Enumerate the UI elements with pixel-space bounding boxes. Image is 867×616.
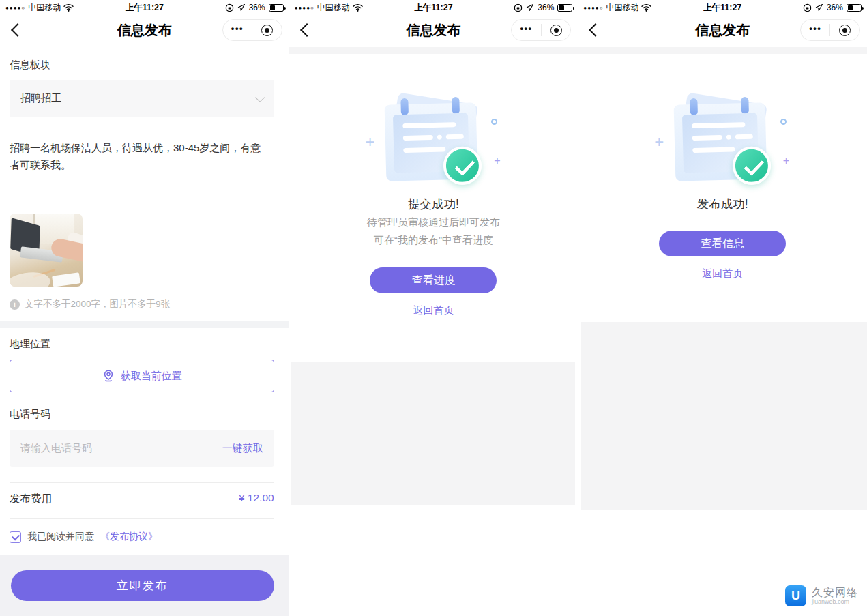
screenshot-triptych: ●●●●○ 中国移动 上午11:27 36% 信息发布 ••• 信息板块	[0, 0, 867, 616]
view-info-button[interactable]: 查看信息	[659, 231, 786, 256]
orientation-lock-icon	[803, 3, 812, 12]
attached-photo-thumbnail[interactable]	[10, 214, 83, 287]
content-textarea[interactable]: 招聘一名机场保洁人员，待遇从优，30-45岁之间，有意者可联系我。	[10, 139, 269, 173]
watermark: U 久安网络 jiuanweb.com	[785, 585, 858, 606]
miniprogram-capsule: •••	[800, 19, 860, 41]
chevron-down-icon	[255, 92, 265, 102]
result-subtitle-1: 待管理员审核通过后即可发布	[289, 214, 578, 231]
orientation-lock-icon	[225, 3, 234, 12]
panel-submit-success: ●●●●○ 中国移动 上午11:27 36% 信息发布 ••• +	[289, 0, 578, 616]
phone-placeholder: 请输入电话号码	[20, 442, 222, 455]
more-menu-button[interactable]: •••	[801, 24, 830, 37]
fee-value: ¥ 12.00	[239, 492, 274, 504]
battery-percent-label: 36%	[827, 3, 843, 12]
success-illustration: + +	[365, 91, 501, 195]
target-icon	[839, 25, 851, 36]
scroll-edge-strip	[289, 47, 578, 54]
location-services-icon	[526, 3, 534, 12]
checkmark-badge-icon	[732, 146, 771, 185]
close-minimize-button[interactable]	[252, 25, 282, 36]
decor-circle-icon	[780, 119, 787, 125]
result-subtitle-2: 可在“我的发布”中查看进度	[289, 231, 578, 249]
agreement-checkbox[interactable]	[10, 531, 21, 543]
nav-bar: 信息发布 •••	[289, 15, 578, 45]
result-title: 提交成功!	[289, 196, 578, 212]
category-select[interactable]: 招聘招工	[10, 80, 274, 117]
pin-icon	[401, 98, 409, 115]
phone-input[interactable]: 请输入电话号码 一键获取	[10, 430, 274, 467]
fee-label: 发布费用	[10, 492, 52, 506]
panel-publish-success: ●●●●○ 中国移动 上午11:27 36% 信息发布 ••• +	[578, 0, 867, 616]
hint-text: 文字不多于2000字，图片不多于9张	[25, 298, 170, 310]
section-spacer	[0, 321, 289, 328]
target-icon	[550, 25, 562, 36]
decor-plus-icon: +	[654, 134, 664, 150]
empty-content-block	[291, 362, 576, 505]
location-label: 地理位置	[10, 338, 50, 351]
more-menu-button[interactable]: •••	[223, 24, 252, 37]
scroll-edge-strip	[578, 47, 867, 54]
location-pin-icon	[102, 369, 115, 383]
more-menu-button[interactable]: •••	[512, 24, 541, 37]
limits-hint: i 文字不多于2000字，图片不多于9张	[10, 298, 170, 310]
phone-label: 电话号码	[10, 408, 50, 421]
target-icon	[261, 25, 273, 36]
publish-now-button[interactable]: 立即发布	[11, 570, 274, 601]
section-label: 信息板块	[10, 59, 50, 72]
decor-plus-icon: +	[365, 134, 374, 150]
pin-icon	[741, 97, 749, 114]
success-illustration: + +	[654, 91, 791, 195]
battery-icon	[847, 4, 862, 12]
checkmark-badge-icon	[443, 146, 482, 185]
category-value: 招聘招工	[20, 92, 255, 105]
note-card	[385, 102, 478, 181]
agreement-link[interactable]: 《发布协议》	[100, 531, 158, 543]
result-title: 发布成功!	[578, 196, 867, 212]
view-progress-button[interactable]: 查看进度	[370, 267, 497, 293]
watermark-name: 久安网络	[812, 587, 858, 598]
status-bar: ●●●●○ 中国移动 上午11:27 36%	[0, 0, 289, 15]
watermark-domain: jiuanweb.com	[812, 598, 858, 605]
panel-publish-form: ●●●●○ 中国移动 上午11:27 36% 信息发布 ••• 信息板块	[0, 0, 289, 616]
pin-icon	[690, 98, 698, 115]
agreement-row: 我已阅读并同意 《发布协议》	[10, 531, 158, 543]
get-location-label: 获取当前位置	[121, 370, 182, 383]
close-minimize-button[interactable]	[542, 25, 571, 36]
status-bar: ●●●●○ 中国移动 上午11:27 36%	[289, 0, 578, 15]
miniprogram-capsule: •••	[511, 19, 571, 41]
battery-percent-label: 36%	[249, 3, 265, 12]
one-tap-fetch-button[interactable]: 一键获取	[222, 442, 263, 455]
get-location-button[interactable]: 获取当前位置	[10, 360, 274, 392]
divider	[10, 482, 274, 483]
decor-plus-icon: +	[494, 156, 500, 166]
divider	[10, 132, 274, 132]
info-icon: i	[10, 299, 20, 310]
pin-icon	[452, 97, 460, 114]
location-services-icon	[815, 3, 823, 12]
back-home-link[interactable]: 返回首页	[578, 267, 867, 280]
jiuan-logo-icon: U	[785, 585, 806, 606]
orientation-lock-icon	[514, 3, 523, 12]
nav-bar: 信息发布 •••	[578, 15, 867, 45]
battery-icon	[557, 4, 572, 12]
status-bar: ●●●●○ 中国移动 上午11:27 36%	[578, 0, 867, 15]
agreement-text: 我已阅读并同意	[27, 531, 94, 543]
battery-percent-label: 36%	[538, 3, 554, 12]
location-services-icon	[237, 3, 246, 12]
empty-content-block	[581, 322, 867, 510]
note-card	[674, 102, 767, 181]
miniprogram-capsule: •••	[222, 19, 282, 41]
back-home-link[interactable]: 返回首页	[289, 304, 578, 317]
divider	[10, 518, 274, 519]
battery-icon	[269, 4, 284, 12]
decor-circle-icon	[491, 119, 497, 125]
decor-plus-icon: +	[783, 156, 789, 166]
close-minimize-button[interactable]	[830, 25, 859, 36]
nav-bar: 信息发布 •••	[0, 15, 289, 45]
